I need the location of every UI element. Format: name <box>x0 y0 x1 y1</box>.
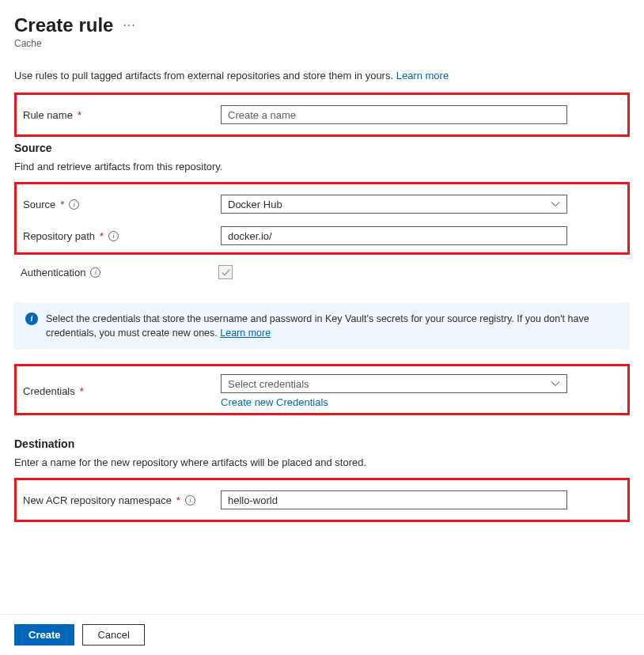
credentials-info-banner: i Select the credentials that store the … <box>14 302 630 350</box>
credentials-label: Credentials * <box>23 385 221 397</box>
source-label-text: Source <box>23 199 55 210</box>
authentication-label: Authentication i <box>21 267 218 278</box>
destination-section: New ACR repository namespace * i <box>14 478 630 522</box>
repo-path-input[interactable] <box>221 226 567 245</box>
required-indicator: * <box>60 199 64 210</box>
banner-text: Select the credentials that store the us… <box>46 313 589 339</box>
namespace-label-text: New ACR repository namespace <box>23 494 172 506</box>
info-icon[interactable]: i <box>185 495 195 505</box>
intro-text-content: Use rules to pull tagged artifacts from … <box>14 70 396 81</box>
info-icon: i <box>25 312 38 325</box>
required-indicator: * <box>176 494 180 506</box>
intro-text: Use rules to pull tagged artifacts from … <box>14 70 630 81</box>
banner-learn-more-link[interactable]: Learn more <box>220 328 271 339</box>
page-title: Create rule <box>14 14 113 36</box>
info-icon[interactable]: i <box>69 199 79 210</box>
create-new-credentials-link[interactable]: Create new Credentials <box>221 396 328 408</box>
chevron-down-icon <box>551 199 560 209</box>
required-indicator: * <box>78 109 81 121</box>
source-heading: Source <box>14 142 630 154</box>
authentication-label-text: Authentication <box>21 267 85 278</box>
repo-path-label: Repository path * i <box>23 230 221 242</box>
repo-path-label-text: Repository path <box>23 230 95 242</box>
source-section: Source * i Docker Hub Repository path * … <box>14 182 630 255</box>
info-icon[interactable]: i <box>90 267 100 278</box>
intro-learn-more-link[interactable]: Learn more <box>396 70 449 81</box>
destination-description: Enter a name for the new repository wher… <box>14 456 630 468</box>
rule-name-section: Rule name * <box>14 93 630 137</box>
namespace-input[interactable] <box>221 490 567 509</box>
rule-name-input[interactable] <box>221 105 567 124</box>
page-subtitle: Cache <box>14 38 630 49</box>
rule-name-label: Rule name * <box>23 109 221 121</box>
info-icon[interactable]: i <box>108 231 119 241</box>
more-actions-button[interactable]: ··· <box>123 18 135 32</box>
source-select[interactable]: Docker Hub <box>221 195 567 214</box>
cancel-button[interactable]: Cancel <box>82 624 144 646</box>
create-button[interactable]: Create <box>14 624 74 646</box>
credentials-label-text: Credentials <box>23 385 75 397</box>
rule-name-label-text: Rule name <box>23 109 73 121</box>
footer-bar: Create Cancel <box>0 614 644 655</box>
authentication-checkbox[interactable] <box>218 265 233 279</box>
namespace-label: New ACR repository namespace * i <box>23 494 221 506</box>
source-select-value: Docker Hub <box>228 199 282 210</box>
chevron-down-icon <box>551 379 560 388</box>
credentials-select-placeholder: Select credentials <box>228 378 309 390</box>
required-indicator: * <box>80 385 84 397</box>
source-description: Find and retrieve artifacts from this re… <box>14 161 630 172</box>
credentials-select[interactable]: Select credentials <box>221 374 567 393</box>
credentials-section: Credentials * Select credentials Create … <box>14 364 630 415</box>
required-indicator: * <box>100 230 104 242</box>
destination-heading: Destination <box>14 437 630 450</box>
source-label: Source * i <box>23 199 221 210</box>
